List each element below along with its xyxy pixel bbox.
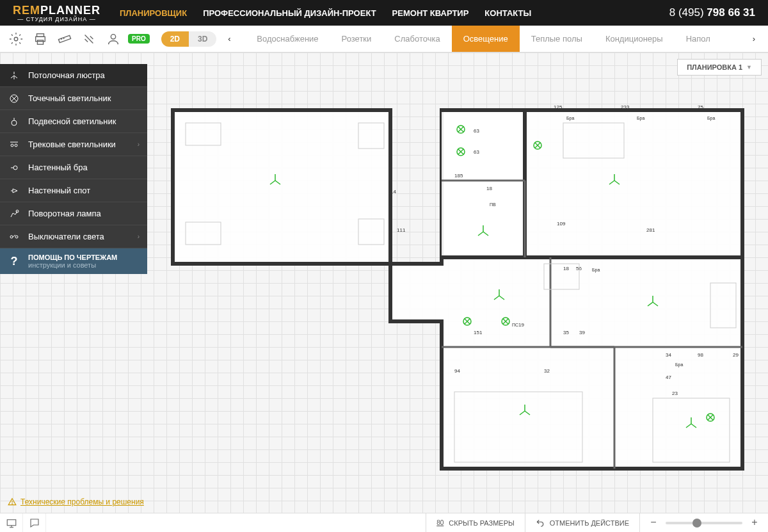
svg-text:Бра: Бра	[592, 268, 600, 273]
svg-point-79	[15, 144, 17, 147]
svg-line-6	[63, 37, 64, 39]
sidebar-item-switches[interactable]: Выключатели света ›	[0, 225, 147, 248]
svg-rect-4	[58, 35, 70, 42]
tech-issues-link[interactable]: Технические проблемы и решения	[8, 497, 144, 506]
print-icon[interactable]	[31, 29, 50, 49]
sidebar-item-sconce[interactable]: Настенный бра	[0, 156, 147, 179]
svg-text:23: 23	[672, 391, 678, 396]
tab-sockets[interactable]: Розетки	[330, 26, 383, 52]
svg-text:ПС: ПС	[512, 323, 518, 327]
tab-water[interactable]: Водоснабжение	[245, 26, 330, 52]
svg-text:Бра: Бра	[566, 116, 574, 121]
logo-planner: PLANNER	[40, 4, 100, 17]
logo-rem: REM	[13, 4, 40, 17]
svg-point-75	[12, 120, 17, 125]
svg-text:151: 151	[474, 330, 483, 335]
person-icon[interactable]	[104, 29, 123, 49]
svg-text:63: 63	[474, 128, 479, 134]
undo-icon	[536, 519, 545, 528]
tabs-prev-icon[interactable]: ‹	[221, 31, 237, 47]
tabs-next-icon[interactable]: ›	[746, 31, 762, 47]
phone-number: 8 (495) 798 66 31	[669, 6, 755, 19]
main-nav: ПЛАНИРОВЩИК ПРОФЕССИОНАЛЬНЫЙ ДИЗАЙН-ПРОЕ…	[120, 8, 669, 18]
sidebar-item-rotating-lamp[interactable]: Поворотная лампа	[0, 202, 147, 225]
settings-icon[interactable]	[6, 29, 26, 49]
main-header: REMPLANNER — СТУДИЯ ДИЗАЙНА — ПЛАНИРОВЩИ…	[0, 0, 768, 26]
svg-text:109: 109	[557, 221, 566, 227]
svg-text:34: 34	[666, 352, 671, 358]
sidebar-help[interactable]: ? ПОМОЩЬ ПО ЧЕРТЕЖАМ инструкции и советы	[0, 248, 147, 274]
warning-icon	[8, 497, 17, 506]
svg-text:281: 281	[646, 227, 655, 233]
svg-text:94: 94	[454, 368, 460, 374]
tab-floor[interactable]: Напол	[675, 26, 722, 52]
svg-text:233: 233	[621, 104, 630, 110]
presentation-icon[interactable]	[0, 513, 23, 533]
svg-text:Бра: Бра	[707, 116, 715, 121]
pro-badge[interactable]: PRO	[128, 34, 150, 44]
svg-text:63: 63	[474, 149, 479, 155]
svg-text:ПВ: ПВ	[490, 202, 496, 207]
svg-text:185: 185	[454, 173, 463, 179]
svg-rect-89	[7, 519, 16, 525]
chevron-right-icon: ›	[138, 233, 140, 240]
sidebar-item-spotlight[interactable]: Точечный светильник	[0, 87, 147, 110]
chevron-down-icon: ▼	[746, 64, 752, 70]
sconce-icon	[8, 163, 20, 173]
view-3d-button[interactable]: 3D	[189, 31, 216, 47]
floorplan-drawing[interactable]: 12523375 6363 18518 14111 109281 1856 15…	[166, 104, 749, 475]
svg-text:Бра: Бра	[637, 116, 644, 121]
view-2d-button[interactable]: 2D	[161, 31, 189, 47]
svg-line-5	[61, 38, 62, 40]
undo-button[interactable]: ОТМЕНИТЬ ДЕЙСТВИЕ	[525, 513, 639, 532]
tab-heated-floors[interactable]: Теплые полы	[520, 26, 594, 52]
track-icon	[8, 140, 20, 150]
sidebar-item-track[interactable]: Трековые светильники ›	[0, 133, 147, 156]
svg-text:29: 29	[733, 352, 739, 358]
chevron-right-icon: ›	[138, 141, 140, 148]
bottom-bar: 80 СКРЫТЬ РАЗМЕРЫ ОТМЕНИТЬ ДЕЙСТВИЕ − +	[0, 513, 768, 532]
hide-dimensions-button[interactable]: 80 СКРЫТЬ РАЗМЕРЫ	[426, 513, 525, 532]
svg-text:111: 111	[397, 227, 406, 233]
zoom-slider[interactable]	[666, 522, 742, 524]
layout-selector[interactable]: ПЛАНИРОВКА 1 ▼	[677, 59, 762, 76]
toolbar: PRO 2D 3D ‹ Водоснабжение Розетки Слабот…	[0, 26, 768, 52]
svg-point-81	[13, 166, 17, 170]
rotating-lamp-icon	[8, 209, 20, 219]
svg-point-0	[14, 37, 18, 41]
zoom-out-button[interactable]: −	[648, 517, 659, 529]
logo[interactable]: REMPLANNER — СТУДИЯ ДИЗАЙНА —	[13, 4, 100, 22]
svg-text:18: 18	[563, 266, 569, 271]
nav-renovation[interactable]: РЕМОНТ КВАРТИР	[392, 8, 469, 18]
svg-text:35: 35	[563, 330, 569, 335]
svg-text:14: 14	[390, 189, 396, 195]
sidebar-item-pendant[interactable]: Подвесной светильник	[0, 110, 147, 133]
svg-text:39: 39	[579, 330, 585, 335]
nav-planner[interactable]: ПЛАНИРОВЩИК	[120, 8, 187, 18]
zoom-in-button[interactable]: +	[749, 517, 760, 529]
svg-text:47: 47	[666, 375, 671, 380]
tab-lowcurrent[interactable]: Слаботочка	[383, 26, 451, 52]
chandelier-icon	[8, 70, 20, 81]
tab-ac[interactable]: Кондиционеры	[594, 26, 675, 52]
svg-text:18: 18	[486, 186, 492, 191]
zoom-handle[interactable]	[692, 519, 701, 528]
svg-point-7	[111, 34, 115, 38]
svg-rect-3	[37, 40, 43, 44]
chat-icon[interactable]	[23, 513, 46, 533]
svg-text:75: 75	[698, 104, 703, 110]
tools-icon[interactable]	[79, 29, 99, 49]
svg-point-86	[15, 236, 18, 238]
sidebar-item-wall-spot[interactable]: Настенный спот	[0, 179, 147, 202]
svg-point-88	[12, 504, 13, 504]
spotlight-icon	[8, 93, 20, 104]
tab-lighting[interactable]: Освещение	[452, 26, 520, 52]
view-toggle: 2D 3D	[161, 31, 217, 47]
nav-contacts[interactable]: КОНТАКТЫ	[484, 8, 531, 18]
ruler-icon[interactable]	[55, 29, 74, 49]
nav-design[interactable]: ПРОФЕССИОНАЛЬНЫЙ ДИЗАЙН-ПРОЕКТ	[203, 8, 376, 18]
switch-icon	[8, 232, 20, 242]
sidebar-item-chandelier[interactable]: Потолочная люстра	[0, 64, 147, 87]
logo-subtitle: — СТУДИЯ ДИЗАЙНА —	[13, 16, 100, 22]
sidebar: Потолочная люстра Точечный светильник По…	[0, 64, 147, 274]
